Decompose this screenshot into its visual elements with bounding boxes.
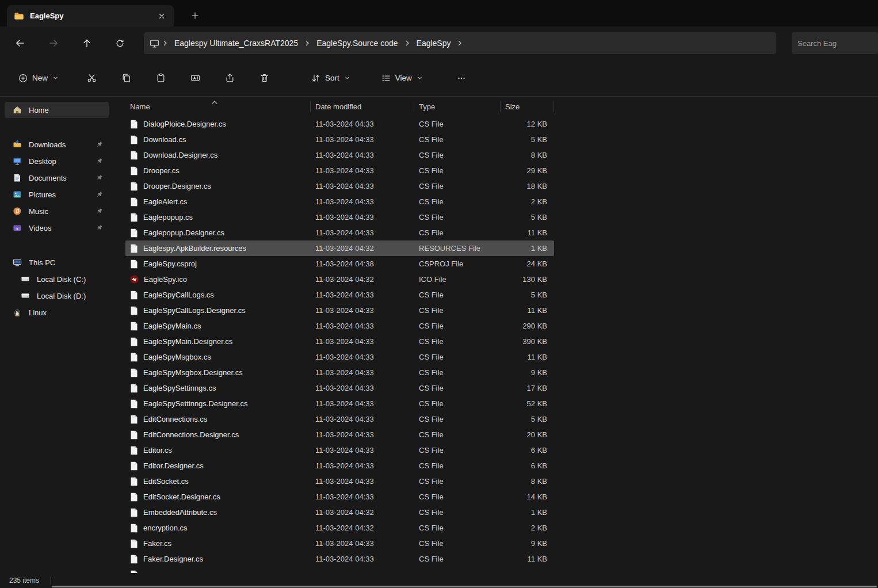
sidebar-item-downloads[interactable]: Downloads	[5, 136, 109, 152]
sidebar-item-linux[interactable]: Linux	[5, 304, 109, 320]
sidebar-item-pictures[interactable]: Pictures	[5, 186, 109, 203]
sidebar-item-music[interactable]: Music	[5, 203, 109, 219]
file-row[interactable]: EmbeddedAttribute.cs11-03-2024 04:32CS F…	[125, 505, 554, 520]
column-header-type[interactable]: Type	[414, 97, 501, 116]
breadcrumb-chevron-icon[interactable]	[161, 40, 170, 47]
file-name: Faker.Designer.cs	[143, 555, 203, 563]
file-row[interactable]: Faker.cs11-03-2024 04:33CS File9 KB	[125, 536, 554, 551]
sidebar-item-desktop[interactable]: Desktop	[5, 153, 109, 169]
file-row[interactable]: Eaglepopup.cs11-03-2024 04:33CS File5 KB	[125, 209, 554, 225]
file-row[interactable]: Eaglepopup.Designer.cs11-03-2024 04:33CS…	[125, 225, 554, 240]
up-button[interactable]	[76, 33, 98, 54]
copy-button[interactable]	[114, 68, 138, 89]
sidebar-item-this-pc[interactable]: This PC	[5, 254, 109, 270]
file-row[interactable]: EagleSpyMain.cs11-03-2024 04:33CS File29…	[125, 318, 554, 334]
sidebar-item-label: Home	[29, 106, 49, 114]
file-name: EditSocket.cs	[143, 477, 189, 486]
sidebar-item-local-disk-d[interactable]: Local Disk (D:)	[5, 288, 109, 304]
pin-icon	[96, 224, 103, 231]
sidebar-item-label: Desktop	[29, 157, 56, 166]
file-row[interactable]: EagleSpy.csproj11-03-2024 04:38CSPROJ Fi…	[125, 256, 554, 272]
address-bar[interactable]: Eaglespy Ultimate_CraxsRAT2025EagleSpy.S…	[144, 32, 776, 54]
file-date-modified: 11-03-2024 04:33	[311, 492, 414, 501]
refresh-button[interactable]	[109, 33, 131, 54]
sidebar-item-label: Linux	[29, 308, 47, 317]
file-row[interactable]: EagleSpyMsgbox.Designer.cs11-03-2024 04:…	[125, 365, 554, 380]
file-size: 5 KB	[501, 291, 554, 299]
file-row[interactable]: EagleSpySettinngs.Designer.cs11-03-2024 …	[125, 396, 554, 411]
file-row[interactable]: DialogPloice.Designer.cs11-03-2024 04:33…	[125, 116, 554, 132]
file-name: EagleAlert.cs	[143, 197, 188, 206]
file-name: Eaglepopup.cs	[143, 213, 193, 222]
breadcrumb-segment-1[interactable]: Eaglespy Ultimate_CraxsRAT2025	[170, 36, 303, 51]
explorer-tab[interactable]: EagleSpy	[7, 5, 174, 26]
breadcrumb-chevron-icon[interactable]	[455, 40, 464, 47]
file-size: 6 KB	[501, 446, 554, 455]
column-header-size[interactable]: Size	[501, 97, 554, 116]
paste-button[interactable]	[149, 68, 172, 89]
sidebar-item-videos[interactable]: Videos	[5, 220, 109, 236]
file-row[interactable]: Drooper.Designer.cs11-03-2024 04:33CS Fi…	[125, 178, 554, 194]
file-size: 390 KB	[501, 337, 554, 346]
new-button[interactable]: New	[12, 68, 66, 89]
file-icon	[130, 477, 138, 486]
column-header-name[interactable]: Name	[125, 97, 311, 116]
new-tab-button[interactable]	[188, 8, 203, 23]
file-row[interactable]: encryption.cs11-03-2024 04:32CS File2 KB	[125, 520, 554, 536]
file-type: CS File	[414, 461, 501, 470]
sidebar-nav: HomeDownloadsDesktopDocumentsPicturesMus…	[0, 97, 113, 588]
sidebar-item-documents[interactable]: Documents	[5, 170, 109, 186]
file-date-modified: 11-03-2024 04:33	[311, 213, 414, 222]
sort-button-label: Sort	[325, 74, 339, 82]
more-options-button[interactable]	[450, 68, 473, 89]
sidebar-item-label: Local Disk (D:)	[37, 292, 86, 300]
sort-button[interactable]: Sort	[304, 68, 357, 89]
sidebar-item-label: Local Disk (C:)	[37, 275, 86, 284]
file-row[interactable]: EagleAlert.cs11-03-2024 04:33CS File2 KB	[125, 194, 554, 209]
file-row[interactable]: EditSocket.cs11-03-2024 04:33CS File8 KB	[125, 474, 554, 489]
back-button[interactable]	[9, 33, 31, 54]
cut-button[interactable]	[80, 68, 103, 89]
tab-close-button[interactable]	[154, 9, 169, 24]
sidebar-section-gap	[0, 236, 113, 254]
file-type: CS File	[414, 135, 501, 144]
file-row[interactable]: Editor.cs11-03-2024 04:33CS File6 KB	[125, 442, 554, 458]
file-row[interactable]: EagleSpyMain.Designer.cs11-03-2024 04:33…	[125, 334, 554, 349]
forward-button[interactable]	[43, 33, 64, 54]
breadcrumb-chevron-icon[interactable]	[403, 40, 412, 47]
file-row[interactable]: Eaglespy.ApkBuilder.resources11-03-2024 …	[125, 240, 554, 256]
column-header-date-modified[interactable]: Date modified	[311, 97, 414, 116]
rename-button[interactable]	[184, 68, 207, 89]
file-row[interactable]: Editor.Designer.cs11-03-2024 04:33CS Fil…	[125, 458, 554, 474]
file-row[interactable]: EditConnections.cs11-03-2024 04:33CS Fil…	[125, 411, 554, 427]
file-row[interactable]: EagleSpyCallLogs.Designer.cs11-03-2024 0…	[125, 303, 554, 318]
breadcrumb-chevron-icon[interactable]	[303, 40, 312, 47]
file-row[interactable]: EagleSpySettinngs.cs11-03-2024 04:33CS F…	[125, 380, 554, 396]
delete-button[interactable]	[253, 68, 276, 89]
monitor-icon	[150, 39, 159, 48]
breadcrumb-segment-3[interactable]: EagleSpy	[412, 36, 456, 51]
search-input[interactable]	[792, 32, 878, 54]
file-row[interactable]: Download.cs11-03-2024 04:33CS File5 KB	[125, 132, 554, 147]
file-icon	[130, 368, 138, 377]
file-row[interactable]: Download.Designer.cs11-03-2024 04:33CS F…	[125, 147, 554, 163]
file-row[interactable]: EditSocket.Designer.cs11-03-2024 04:33CS…	[125, 489, 554, 505]
file-name: Editor.Designer.cs	[143, 461, 204, 470]
file-row[interactable]: EagleSpy.ico11-03-2024 04:32ICO File130 …	[125, 272, 554, 287]
horizontal-scrollbar[interactable]	[52, 586, 877, 587]
sidebar-item-local-disk-c[interactable]: Local Disk (C:)	[5, 271, 109, 287]
ellipsis-icon	[457, 74, 466, 83]
file-row[interactable]: EagleSpyCallLogs.cs11-03-2024 04:33CS Fi…	[125, 287, 554, 303]
share-button[interactable]	[218, 68, 241, 89]
breadcrumb-segment-2[interactable]: EagleSpy.Source code	[312, 36, 402, 51]
file-type: CS File	[414, 151, 501, 159]
file-type: CS File	[414, 228, 501, 237]
file-row[interactable]: Faker.Designer.cs11-03-2024 04:33CS File…	[125, 551, 554, 567]
file-row[interactable]: EagleSpyMsgbox.cs11-03-2024 04:33CS File…	[125, 349, 554, 365]
sidebar-item-home[interactable]: Home	[5, 102, 109, 118]
view-button[interactable]: View	[375, 68, 430, 89]
file-row[interactable]: Drooper.cs11-03-2024 04:33CS File29 KB	[125, 163, 554, 178]
file-row[interactable]: EditConnections.Designer.cs11-03-2024 04…	[125, 427, 554, 442]
sidebar-item-label: Music	[29, 207, 48, 216]
disk-icon	[21, 274, 30, 284]
